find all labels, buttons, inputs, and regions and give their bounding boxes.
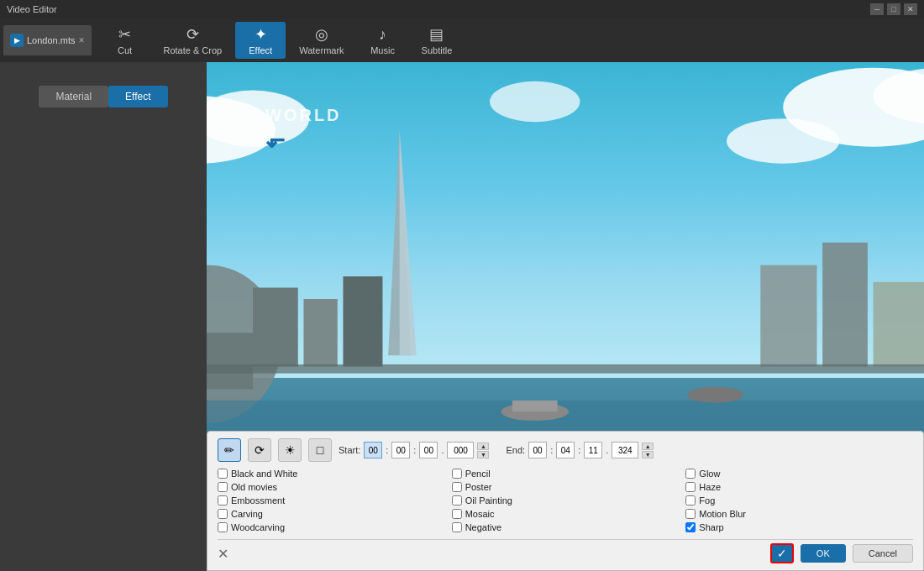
effect-sharp: Sharp — [685, 521, 913, 534]
subtitle-label: Subtitle — [422, 45, 453, 55]
subtitle-icon: ▤ — [429, 25, 444, 44]
effect-pencil-checkbox[interactable] — [452, 469, 462, 479]
minimize-button[interactable]: ─ — [870, 3, 884, 15]
music-label: Music — [370, 45, 395, 55]
effect-embossment-label: Embossment — [231, 495, 285, 506]
effect-icon-tab-rotate[interactable]: ⟳ — [248, 438, 271, 462]
effect-black-white: Black and White — [218, 467, 445, 480]
effect-oil-painting: Oil Painting — [452, 494, 680, 507]
start-time-up[interactable]: ▲ — [477, 443, 489, 450]
svg-point-26 — [687, 387, 743, 403]
effect-old-movies: Old movies — [218, 480, 445, 494]
effect-pencil: Pencil — [452, 467, 680, 480]
effects-grid: Black and White Old movies Embossment Ca… — [218, 467, 913, 534]
end-hour-input[interactable] — [528, 442, 547, 458]
title-bar: Video Editor ─ □ ✕ — [0, 0, 924, 18]
watermark-overlay: WORLD ⬐ — [265, 104, 342, 154]
start-label: Start: — [339, 445, 360, 455]
cut-icon: ✂ — [118, 25, 131, 44]
effect-actions: ✕ ✓ OK Cancel — [218, 539, 913, 567]
effect-icon-tab-pencil[interactable]: ✏ — [218, 438, 241, 462]
close-button[interactable]: ✕ — [904, 3, 917, 15]
end-time-down[interactable]: ▼ — [642, 451, 654, 458]
effect-embossment-checkbox[interactable] — [218, 495, 228, 506]
end-time-up[interactable]: ▲ — [642, 443, 654, 450]
app-title: Video Editor — [7, 4, 57, 14]
effect-glow-checkbox[interactable] — [685, 469, 696, 479]
watermark-icon: ◎ — [315, 25, 328, 44]
effect-old-movies-checkbox[interactable] — [218, 482, 228, 492]
subtitle-tool-button[interactable]: ▤ Subtitle — [410, 22, 465, 59]
effect-woodcarving-checkbox[interactable] — [218, 522, 228, 532]
maximize-button[interactable]: □ — [887, 3, 900, 15]
effect-mosaic-label: Mosaic — [465, 509, 495, 519]
effect-icon-tab-brightness[interactable]: ☀ — [278, 438, 302, 462]
start-time-down[interactable]: ▼ — [477, 451, 489, 458]
start-min-input[interactable] — [391, 442, 410, 458]
effect-panel: ✏ ⟳ ☀ □ Start: : : . ▲ ▼ — [207, 431, 924, 571]
effect-sharp-checkbox[interactable] — [685, 522, 696, 532]
content-area: WORLD ⬐ ▶ ⏭ 00:00:00.000 00:00:00.000-00… — [207, 62, 924, 571]
rotate-label: Rotate & Crop — [164, 45, 223, 55]
effect-sharp-label: Sharp — [699, 522, 723, 532]
effect-motion-blur: Motion Blur — [685, 507, 913, 521]
effect-haze: Haze — [685, 480, 913, 494]
watermark-label: Watermark — [299, 45, 344, 55]
effect-mosaic-checkbox[interactable] — [452, 509, 462, 519]
svg-rect-13 — [253, 288, 298, 367]
svg-rect-16 — [760, 265, 816, 367]
effect-carving-label: Carving — [231, 509, 263, 519]
svg-point-6 — [727, 118, 839, 164]
effect-carving-checkbox[interactable] — [218, 509, 228, 519]
svg-rect-25 — [512, 401, 558, 411]
cancel-x-button[interactable]: ✕ — [218, 546, 228, 562]
material-tab[interactable]: Material — [39, 86, 108, 107]
effect-glow-label: Glow — [699, 469, 720, 479]
confirm-check-button[interactable]: ✓ — [770, 543, 794, 563]
effect-haze-checkbox[interactable] — [685, 482, 696, 492]
start-ms-input[interactable] — [447, 442, 474, 458]
effect-mosaic: Mosaic — [452, 507, 680, 521]
rotate-tool-button[interactable]: ⟳ Rotate & Crop — [152, 22, 234, 59]
effect-poster-checkbox[interactable] — [452, 482, 462, 492]
music-tool-button[interactable]: ♪ Music — [358, 22, 408, 59]
end-ms-input[interactable] — [612, 442, 638, 458]
effect-negative-label: Negative — [465, 522, 501, 532]
end-min-input[interactable] — [556, 442, 575, 458]
svg-rect-17 — [822, 243, 868, 367]
effect-fog-checkbox[interactable] — [685, 495, 696, 506]
svg-point-8 — [490, 81, 580, 122]
effect-black-white-label: Black and White — [231, 469, 297, 479]
start-hour-input[interactable] — [364, 442, 382, 458]
svg-rect-15 — [343, 276, 382, 366]
cut-tool-button[interactable]: ✂ Cut — [100, 22, 150, 59]
effect-icon: ✦ — [255, 25, 267, 44]
effect-motion-blur-checkbox[interactable] — [685, 509, 696, 519]
effect-icon-tab-crop[interactable]: □ — [308, 438, 332, 462]
effect-negative: Negative — [452, 521, 680, 534]
toolbar: ▶ London.mts × ✂ Cut ⟳ Rotate & Crop ✦ E… — [0, 18, 924, 62]
svg-rect-14 — [303, 299, 337, 367]
effect-pencil-label: Pencil — [465, 469, 491, 479]
end-label: End: — [506, 445, 525, 455]
ok-button[interactable]: OK — [801, 544, 846, 563]
music-icon: ♪ — [379, 26, 386, 44]
effect-oil-painting-checkbox[interactable] — [452, 495, 462, 506]
effect-woodcarving: Woodcarving — [218, 521, 445, 534]
effect-glow: Glow — [685, 467, 913, 480]
effect-fog-label: Fog — [699, 495, 715, 506]
svg-rect-22 — [207, 364, 924, 374]
effect-fog: Fog — [685, 494, 913, 507]
effect-tool-button[interactable]: ✦ Effect — [235, 22, 286, 59]
file-tab-close[interactable]: × — [78, 34, 84, 46]
effect-tab[interactable]: Effect — [108, 86, 167, 107]
effect-negative-checkbox[interactable] — [452, 522, 462, 532]
end-sec-input[interactable] — [584, 442, 602, 458]
effect-black-white-checkbox[interactable] — [218, 469, 228, 479]
effect-haze-label: Haze — [699, 482, 721, 492]
left-panel: Material Effect — [0, 62, 207, 571]
file-tab-name: London.mts — [27, 35, 75, 45]
watermark-tool-button[interactable]: ◎ Watermark — [287, 22, 355, 59]
start-sec-input[interactable] — [419, 442, 438, 458]
cancel-button[interactable]: Cancel — [853, 544, 913, 563]
